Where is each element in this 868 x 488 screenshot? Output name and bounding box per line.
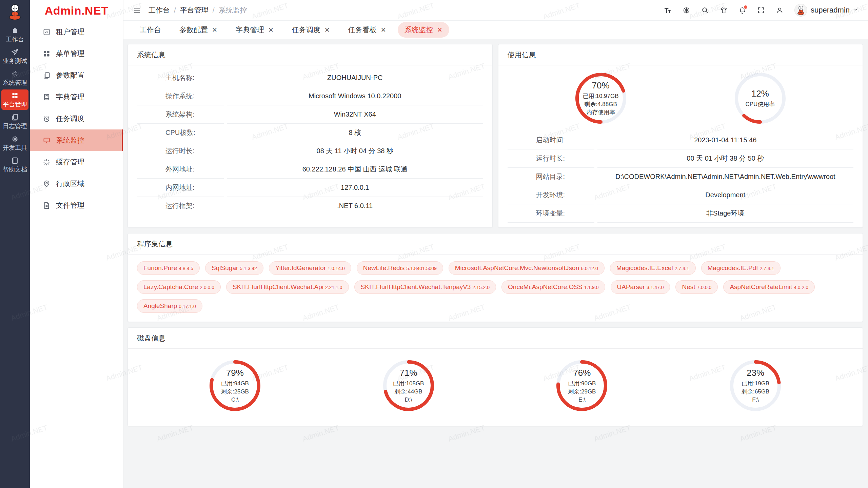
breadcrumb-item[interactable]: 平台管理 xyxy=(180,5,209,15)
info-row-value: 2023-01-04 11:15:46 xyxy=(597,131,854,149)
info-row-value: Development xyxy=(597,186,854,204)
user-menu[interactable]: superadmin xyxy=(794,4,859,17)
menu-item-label: 缓存管理 xyxy=(56,157,84,167)
menu-item-cache-mgmt[interactable]: 缓存管理 xyxy=(30,151,123,173)
documents-icon xyxy=(11,113,19,121)
rail-item-business-test[interactable]: 业务测试 xyxy=(1,46,28,66)
package-name: NewLife.Redis xyxy=(363,264,405,272)
info-row: CPU核数: 8 核 xyxy=(137,124,483,142)
rail-item-label: 平台管理 xyxy=(3,101,27,108)
tab-task-schedule[interactable]: 任务调度 ✕ xyxy=(285,22,337,38)
breadcrumb-item-current: 系统监控 xyxy=(219,5,247,15)
notification-bell-icon[interactable] xyxy=(738,6,746,14)
tab-dict-mgmt[interactable]: 字典管理 ✕ xyxy=(229,22,280,38)
mascot-icon xyxy=(796,5,806,15)
close-icon[interactable]: ✕ xyxy=(212,27,217,33)
menu-item-label: 系统监控 xyxy=(56,136,84,145)
tab-workbench[interactable]: 工作台 xyxy=(133,22,168,38)
rail-item-label: 业务测试 xyxy=(3,58,27,64)
gauge-line: 剩余:65GB xyxy=(742,388,769,396)
package-name: SqlSugar xyxy=(212,264,238,272)
language-icon[interactable] xyxy=(683,6,690,14)
close-icon[interactable]: ✕ xyxy=(437,27,442,33)
alarm-clock-icon xyxy=(43,115,51,123)
search-icon[interactable] xyxy=(701,6,709,14)
menu-item-label: 参数配置 xyxy=(56,70,84,80)
package-version: 2.7.4.1 xyxy=(760,266,774,271)
tab-param-config[interactable]: 参数配置 ✕ xyxy=(173,22,224,38)
rail-item-log-mgmt[interactable]: 日志管理 xyxy=(1,111,28,131)
info-row-label: 外网地址: xyxy=(137,160,224,179)
secondary-sidebar: Admin.NET 租户管理 菜单管理 xyxy=(30,0,123,488)
main-area: 工作台 / 平台管理 / 系统监控 xyxy=(123,0,868,488)
username: superadmin xyxy=(811,6,850,15)
info-row-label: 系统架构: xyxy=(137,105,224,124)
rail-item-dev-tools[interactable]: 开发工具 xyxy=(1,133,28,153)
breadcrumb-separator: / xyxy=(174,6,176,14)
info-row-label: 运行时长: xyxy=(137,142,224,160)
info-row-value: 08 天 11 小时 04 分 38 秒 xyxy=(227,142,483,160)
close-icon[interactable]: ✕ xyxy=(381,27,386,33)
info-row: 运行时长: 08 天 11 小时 04 分 38 秒 xyxy=(137,142,483,160)
close-icon[interactable]: ✕ xyxy=(268,27,274,33)
rail-item-label: 开发工具 xyxy=(3,144,27,151)
package-version: 2.15.2.0 xyxy=(472,285,490,290)
brand-logo: Admin.NET xyxy=(30,0,123,21)
package-badge: Furion.Pure4.8.4.5 xyxy=(137,261,200,275)
rail-item-platform-mgmt[interactable]: 平台管理 xyxy=(1,89,28,110)
building-icon xyxy=(43,28,51,36)
menu-item-label: 任务调度 xyxy=(56,114,84,123)
rail-nav: 工作台 业务测试 系统管理 平台管理 xyxy=(0,24,30,176)
gauge-percent: 79% xyxy=(226,368,244,378)
gear-icon xyxy=(11,70,19,78)
rail-item-system-mgmt[interactable]: 系统管理 xyxy=(1,68,28,88)
info-row: 内网地址: 127.0.0.1 xyxy=(137,179,483,197)
page-content: 系统信息 主机名称: ZUOHUAIJUN-PC 操作系统: Microsoft… xyxy=(123,39,868,488)
card-title: 程序集信息 xyxy=(128,233,863,255)
package-version: 2.21.1.0 xyxy=(325,285,342,290)
menu-item-task-schedule[interactable]: 任务调度 xyxy=(30,108,123,129)
package-badge: Magicodes.IE.Pdf2.7.4.1 xyxy=(701,261,781,275)
menu-item-system-monitor[interactable]: 系统监控 xyxy=(30,129,123,151)
package-badge: Microsoft.AspNetCore.Mvc.NewtonsoftJson6… xyxy=(449,261,605,275)
menu-item-tenant-mgmt[interactable]: 租户管理 xyxy=(30,21,123,43)
package-name: OnceMi.AspNetCore.OSS xyxy=(508,283,583,291)
gauge: 12% CPU使用率 xyxy=(735,73,786,124)
gauge-percent: 70% xyxy=(592,80,610,91)
info-row-label: 网站目录: xyxy=(508,168,594,186)
breadcrumb: 工作台 / 平台管理 / 系统监控 xyxy=(149,5,247,15)
assembly-info-card: 程序集信息 Furion.Pure4.8.4.5 SqlSugar5.1.3.4… xyxy=(127,233,863,322)
gauge-text: 71% 已用:105GB 剩余:44GB D:\ xyxy=(383,360,434,411)
breadcrumb-item[interactable]: 工作台 xyxy=(149,5,170,15)
gauge-line: 已用:105GB xyxy=(393,380,424,388)
package-version: 7.0.0.0 xyxy=(697,285,712,290)
tab-task-board[interactable]: 任务看板 ✕ xyxy=(341,22,393,38)
tab-system-monitor[interactable]: 系统监控 ✕ xyxy=(398,22,449,38)
collapse-menu-icon[interactable] xyxy=(133,6,141,14)
package-version: 2.7.4.1 xyxy=(675,266,689,271)
close-icon[interactable]: ✕ xyxy=(324,27,330,33)
info-row-label: 启动时间: xyxy=(508,131,594,149)
gauge-percent: 12% xyxy=(751,88,769,99)
gauge-line: 内存使用率 xyxy=(586,108,615,117)
menu-item-menu-mgmt[interactable]: 菜单管理 xyxy=(30,43,123,64)
fullscreen-icon[interactable] xyxy=(757,6,765,14)
topbar: 工作台 / 平台管理 / 系统监控 xyxy=(123,0,868,21)
package-version: 1.0.14.0 xyxy=(328,266,345,271)
disk-info-card: 磁盘信息 79% 已用:94GB 剩余:25GB C:\ 71% 已用:105G… xyxy=(127,327,863,426)
menu-item-admin-region[interactable]: 行政区域 xyxy=(30,173,123,195)
paper-plane-icon xyxy=(11,48,19,56)
menu-item-param-config[interactable]: 参数配置 xyxy=(30,64,123,86)
gauge-line: 已用:94GB xyxy=(221,380,249,388)
gauge-line: C:\ xyxy=(231,396,239,404)
rail-item-help-docs[interactable]: 帮助文档 xyxy=(1,155,28,175)
info-row: 系统架构: Win32NT X64 xyxy=(137,105,483,124)
font-size-icon[interactable] xyxy=(664,6,672,14)
profile-icon[interactable] xyxy=(776,6,784,14)
package-version: 0.17.1.0 xyxy=(179,304,196,309)
menu-item-dict-mgmt[interactable]: 字典管理 xyxy=(30,86,123,108)
theme-shirt-icon[interactable] xyxy=(720,6,728,14)
menu-grid-icon xyxy=(43,50,51,58)
menu-item-file-mgmt[interactable]: 文件管理 xyxy=(30,195,123,216)
rail-item-workbench[interactable]: 工作台 xyxy=(1,24,28,45)
